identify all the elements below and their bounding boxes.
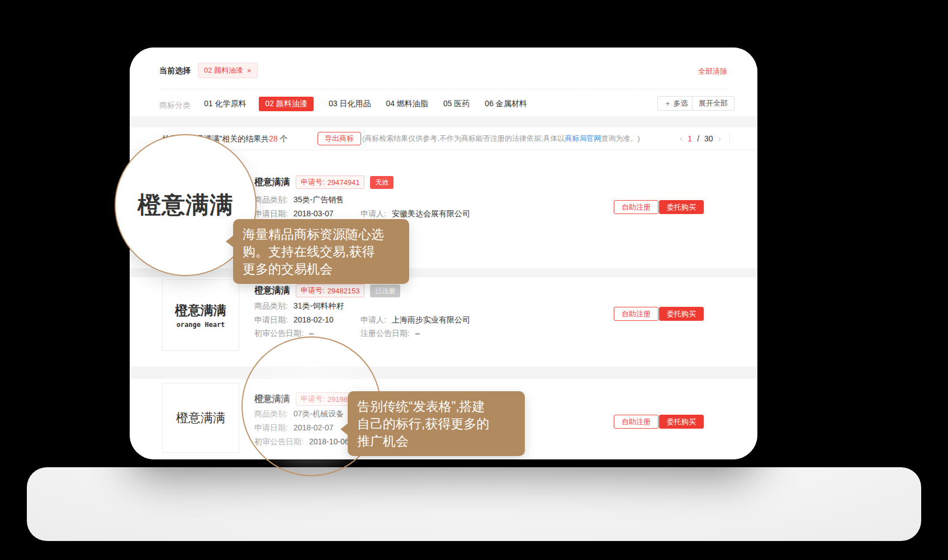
entrust-purchase-button[interactable]: 委托购买 (659, 415, 704, 429)
application-number-pill: 申请号: 29482153 (296, 284, 364, 297)
trademark-image-text: 橙意满满 (176, 410, 225, 426)
tooltip-line: 告别传统“发表格”,搭建 (357, 398, 515, 415)
category-tab-06[interactable]: 06 金属材料 (485, 97, 527, 111)
field-applicant: 申请人:上海雨步实业有限公司 (361, 315, 470, 325)
field-dates: 申请日期:2018-02-10 申请人:上海雨步实业有限公司 (254, 315, 334, 325)
trademark-name: 橙意满满 (254, 177, 290, 188)
result-count: 28 (269, 134, 278, 143)
application-number-value: 29474941 (328, 178, 360, 187)
trademark-image-text: 橙意满满 (175, 302, 226, 319)
current-selection-label: 当前选择 (159, 66, 191, 76)
divider (729, 132, 730, 145)
category-tab-02-selected[interactable]: 02 颜料油漆 (259, 97, 313, 111)
self-register-button[interactable]: 自助注册 (614, 307, 658, 321)
disclaimer-prefix: (商标检索结果仅供参考,不作为商标能否注册的法律依据;具体以 (362, 134, 565, 143)
row-gap (130, 268, 757, 277)
field-label: 注册公告日期: (361, 329, 410, 338)
status-badge: 无效 (370, 176, 394, 189)
category-label: 商标分类 (159, 101, 191, 111)
trademark-office-link[interactable]: 商标局官网 (565, 134, 601, 143)
field-category: 商品类别:31类-饲料种籽 (254, 301, 344, 311)
category-tab-03[interactable]: 03 日化用品 (329, 97, 371, 111)
field-label: 商品类别: (254, 301, 288, 310)
chip-close-icon[interactable]: × (247, 67, 252, 75)
field-reg-notice: 注册公告日期:– (361, 329, 420, 339)
field-label: 商品类别: (254, 195, 288, 204)
field-dates: 申请日期:2018-03-07 申请人:安徽美达会展有限公司 (254, 209, 334, 219)
magnified-trademark-text: 橙意满满 (138, 189, 234, 221)
application-number-label: 申请号: (301, 177, 325, 187)
trademark-image-subtext: orange Heart (177, 321, 225, 329)
field-value: 31类-饲料种籽 (293, 301, 344, 310)
field-label: 申请人: (361, 209, 386, 218)
page-separator: / (697, 134, 699, 143)
page-prev-icon[interactable]: ‹ (680, 134, 682, 144)
entrust-purchase-button[interactable]: 委托购买 (659, 307, 704, 321)
row-title-line: 橙意满满 申请号: 29474941 无效 (254, 175, 394, 189)
row-title-line: 橙意满满 申请号: 29482153 已注册 (254, 284, 400, 297)
field-value: 35类-广告销售 (293, 195, 344, 204)
tooltip-line: 海量精品商标资源随心选 (243, 226, 400, 243)
tooltip-line: 自己的标行,获得更多的 (357, 415, 515, 433)
tooltip-line: 推广机会 (357, 433, 515, 450)
clear-all-button[interactable]: 全部清除 (698, 67, 727, 77)
floor-backdrop (27, 467, 921, 541)
field-label: 申请人: (361, 315, 386, 324)
expand-all-button[interactable]: 展开全部 (692, 96, 734, 111)
filter-section: 当前选择 02 颜料油漆 × 全部清除 商标分类 01 化学原料 02 颜料油漆… (130, 48, 757, 116)
trademark-image: 橙意满满 (162, 383, 239, 453)
chip-label: 02 颜料油漆 (204, 65, 243, 75)
trademark-image: 橙意满满 orange Heart (162, 279, 239, 351)
field-value: 2018-02-10 (293, 315, 334, 324)
divider (159, 89, 728, 89)
application-number-value: 29482153 (328, 287, 360, 295)
self-register-button[interactable]: 自助注册 (614, 415, 658, 429)
result-unit: 个 (278, 134, 288, 143)
application-number-pill: 申请号: 29474941 (296, 175, 364, 189)
disclaimer-suffix: 查询为准。) (601, 134, 640, 143)
entrust-purchase-button[interactable]: 委托购买 (659, 200, 704, 214)
page-total: 30 (704, 134, 713, 143)
field-value: 2018-03-07 (293, 209, 334, 218)
page-current: 1 (688, 134, 692, 143)
page-next-icon[interactable]: › (718, 134, 721, 144)
status-badge: 已注册 (370, 284, 400, 297)
field-label: 申请日期: (254, 315, 288, 324)
category-tabs: 01 化学原料 02 颜料油漆 03 日化用品 04 燃料油脂 05 医药 06… (204, 97, 542, 111)
category-tab-04[interactable]: 04 燃料油脂 (386, 97, 428, 111)
field-value: 安徽美达会展有限公司 (392, 209, 470, 218)
category-tab-05[interactable]: 05 医药 (443, 97, 470, 111)
field-value: 上海雨步实业有限公司 (392, 315, 470, 324)
result-row: 橙意满满 orange Heart 橙意满满 申请号: 29482153 已注册… (130, 277, 757, 367)
application-number-label: 申请号: (301, 286, 325, 296)
row-gap (130, 367, 757, 379)
multi-select-button[interactable]: ＋ 多选 (657, 96, 695, 111)
tooltip-line: 更多的交易机会 (243, 260, 400, 278)
trademark-name: 橙意满满 (254, 285, 290, 297)
field-value: – (415, 329, 420, 338)
pagination: ‹ 1 / 30 › (680, 127, 721, 150)
tooltip-line: 购。支持在线交易,获得 (243, 243, 400, 260)
field-applicant: 申请人:安徽美达会展有限公司 (361, 209, 470, 219)
category-tab-01[interactable]: 01 化学原料 (204, 97, 246, 111)
field-category: 商品类别:35类-广告销售 (254, 195, 344, 205)
export-trademarks-button[interactable]: 导出商标 (317, 132, 361, 145)
self-register-button[interactable]: 自助注册 (614, 200, 658, 214)
promo-tooltip-trade: 海量精品商标资源随心选 购。支持在线交易,获得 更多的交易机会 (233, 219, 409, 284)
field-label: 申请日期: (254, 209, 288, 218)
selected-filter-chip[interactable]: 02 颜料油漆 × (198, 63, 258, 78)
disclaimer-text: (商标检索结果仅供参考,不作为商标能否注册的法律依据;具体以商标局官网查询为准。… (362, 127, 640, 150)
promo-tooltip-promotion: 告别传统“发表格”,搭建 自己的标行,获得更多的 推广机会 (348, 391, 525, 456)
field-label: 初审公告日期: (254, 329, 304, 338)
